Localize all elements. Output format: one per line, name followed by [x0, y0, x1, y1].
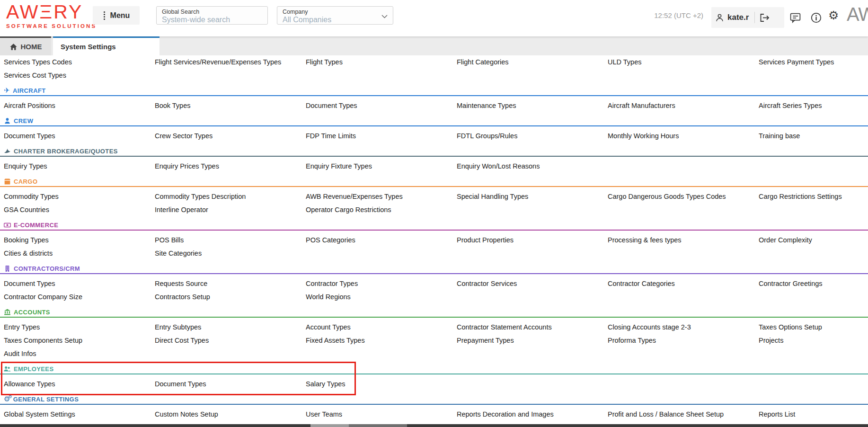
- people-icon: [4, 365, 11, 373]
- settings-link-site-categories[interactable]: Site Categories: [155, 249, 202, 257]
- settings-link-contractor-statement-accounts[interactable]: Contractor Statement Accounts: [457, 323, 552, 331]
- settings-link-allowance-types[interactable]: Allowance Types: [4, 380, 55, 388]
- settings-link-projects[interactable]: Projects: [759, 337, 783, 344]
- settings-link-user-teams[interactable]: User Teams: [306, 410, 342, 418]
- settings-link-taxes-options-setup[interactable]: Taxes Options Setup: [759, 323, 822, 331]
- settings-link-fdp-time-limits[interactable]: FDP Time Limits: [306, 132, 356, 140]
- settings-link-contractor-services[interactable]: Contractor Services: [457, 280, 517, 287]
- settings-link-pos-bills[interactable]: POS Bills: [155, 236, 184, 244]
- settings-link-requests-source[interactable]: Requests Source: [155, 280, 207, 287]
- settings-link-services-cost-types[interactable]: Services Cost Types: [4, 71, 66, 79]
- settings-link-audit-infos[interactable]: Audit Infos: [4, 350, 36, 357]
- settings-link-closing-accounts-stage-2-3[interactable]: Closing Accounts stage 2-3: [608, 323, 691, 331]
- settings-link-uld-types[interactable]: ULD Types: [608, 58, 641, 66]
- settings-link-document-types[interactable]: Document Types: [4, 280, 55, 287]
- settings-link-monthly-working-hours[interactable]: Monthly Working Hours: [608, 132, 679, 140]
- settings-link-salary-types[interactable]: Salary Types: [306, 380, 345, 388]
- settings-link-services-payment-types[interactable]: Services Payment Types: [759, 58, 834, 66]
- settings-link-aircraft-positions[interactable]: Aircraft Positions: [4, 102, 55, 109]
- global-search-input[interactable]: Global Search System-wide search: [156, 6, 268, 25]
- grid-cell: [457, 347, 608, 360]
- settings-link-fixed-assets-types[interactable]: Fixed Assets Types: [306, 337, 365, 344]
- links-row: Enquiry TypesEnquiry Prices TypesEnquiry…: [0, 160, 868, 173]
- settings-link-interline-operator[interactable]: Interline Operator: [155, 206, 208, 214]
- grid-cell: Contractor Company Size: [4, 290, 155, 303]
- settings-link-reports-list[interactable]: Reports List: [759, 410, 795, 418]
- grid-cell: [457, 290, 608, 303]
- grid-cell: Aircraft Positions: [4, 99, 155, 112]
- settings-link-operator-cargo-restrictions[interactable]: Operator Cargo Restrictions: [306, 206, 391, 214]
- grid-cell: [457, 377, 608, 391]
- settings-link-training-base[interactable]: Training base: [759, 132, 800, 140]
- settings-link-contractor-types[interactable]: Contractor Types: [306, 280, 358, 287]
- settings-link-booking-types[interactable]: Booking Types: [4, 236, 49, 244]
- settings-link-product-properties[interactable]: Product Properties: [457, 236, 514, 244]
- cargo-box-icon: [4, 178, 11, 185]
- company-select[interactable]: Company All Companies: [277, 6, 393, 25]
- settings-link-account-types[interactable]: Account Types: [306, 323, 351, 331]
- gear-icon[interactable]: ⚙: [828, 9, 839, 21]
- links-row: Taxes Components SetupDirect Cost TypesF…: [0, 334, 868, 347]
- section-contractors-crm: CONTRACTORS/CRMDocument TypesRequests So…: [0, 264, 868, 303]
- settings-link-pos-categories[interactable]: POS Categories: [306, 236, 355, 244]
- settings-link-awb-revenue-expenses-types[interactable]: AWB Revenue/Expenses Types: [306, 193, 403, 200]
- settings-link-document-types[interactable]: Document Types: [155, 380, 206, 388]
- settings-link-enquiry-prices-types[interactable]: Enquiry Prices Types: [155, 162, 219, 170]
- settings-link-entry-subtypes[interactable]: Entry Subtypes: [155, 323, 201, 331]
- tab-home[interactable]: HOME: [0, 36, 51, 55]
- settings-link-gsa-countries[interactable]: GSA Countries: [4, 206, 49, 214]
- settings-link-contractor-company-size[interactable]: Contractor Company Size: [4, 293, 82, 301]
- settings-link-profit-and-loss-balance-sheet-setup[interactable]: Profit and Loss / Balance Sheet Setup: [608, 410, 724, 418]
- grid-cell: Flight Types: [306, 55, 457, 69]
- grid-cell: Commodity Types: [4, 190, 155, 203]
- settings-link-commodity-types[interactable]: Commodity Types: [4, 193, 59, 200]
- settings-link-crew-sector-types[interactable]: Crew Sector Types: [155, 132, 213, 140]
- settings-link-custom-notes-setup[interactable]: Custom Notes Setup: [155, 410, 218, 418]
- settings-link-flight-types[interactable]: Flight Types: [306, 58, 343, 66]
- settings-link-enquiry-won-lost-reasons[interactable]: Enquiry Won/Lost Reasons: [457, 162, 540, 170]
- divider: [754, 12, 755, 23]
- section-title: CARGO: [14, 178, 37, 185]
- settings-link-reports-decoration-and-images[interactable]: Reports Decoration and Images: [457, 410, 554, 418]
- settings-link-taxes-components-setup[interactable]: Taxes Components Setup: [4, 337, 82, 344]
- info-icon[interactable]: [810, 12, 822, 24]
- settings-link-proforma-types[interactable]: Proforma Types: [608, 337, 656, 344]
- chat-icon[interactable]: [789, 12, 801, 24]
- grid-cell: Services Types Codes: [4, 55, 155, 69]
- settings-link-commodity-types-description[interactable]: Commodity Types Description: [155, 193, 246, 200]
- settings-link-prepayment-types[interactable]: Prepayment Types: [457, 337, 514, 344]
- settings-link-direct-cost-types[interactable]: Direct Cost Types: [155, 337, 209, 344]
- settings-link-services-types-codes[interactable]: Services Types Codes: [4, 58, 72, 66]
- settings-link-order-complexity[interactable]: Order Complexity: [759, 236, 812, 244]
- settings-link-special-handling-types[interactable]: Special Handling Types: [457, 193, 528, 200]
- user-menu[interactable]: kate.r: [711, 7, 784, 28]
- settings-link-contractor-greetings[interactable]: Contractor Greetings: [759, 280, 823, 287]
- grid-cell: [608, 69, 759, 82]
- settings-link-world-regions[interactable]: World Regions: [306, 293, 351, 301]
- menu-button[interactable]: Menu: [93, 6, 140, 25]
- taskbar-segment: [349, 424, 407, 427]
- settings-link-fdtl-groups-rules[interactable]: FDTL Groups/Rules: [457, 132, 517, 140]
- settings-link-document-types[interactable]: Document Types: [306, 102, 357, 109]
- logout-icon[interactable]: [760, 13, 770, 22]
- settings-link-entry-types[interactable]: Entry Types: [4, 323, 40, 331]
- settings-link-cargo-dangerous-goods-types-codes[interactable]: Cargo Dangerous Goods Types Codes: [608, 193, 726, 200]
- settings-link-enquiry-fixture-types[interactable]: Enquiry Fixture Types: [306, 162, 372, 170]
- settings-link-cities-districts[interactable]: Cities & districts: [4, 249, 53, 257]
- settings-link-cargo-restrictions-settings[interactable]: Cargo Restrictions Settings: [759, 193, 842, 200]
- settings-link-aircraft-manufacturers[interactable]: Aircraft Manufacturers: [608, 102, 675, 109]
- settings-link-contractors-setup[interactable]: Contractors Setup: [155, 293, 210, 301]
- settings-link-document-types[interactable]: Document Types: [4, 132, 55, 140]
- settings-link-global-system-settings[interactable]: Global System Settings: [4, 410, 75, 418]
- settings-link-processing-fees-types[interactable]: Processing & fees types: [608, 236, 682, 244]
- settings-link-flight-categories[interactable]: Flight Categories: [457, 58, 509, 66]
- settings-link-aircraft-series-types[interactable]: Aircraft Series Types: [759, 102, 822, 109]
- settings-link-contractor-categories[interactable]: Contractor Categories: [608, 280, 675, 287]
- settings-link-flight-services-revenue-expenses-types[interactable]: Flight Services/Revenue/Expenses Types: [155, 58, 281, 66]
- grid-cell: Contractor Categories: [608, 277, 759, 290]
- grid-cell: Contractor Greetings: [759, 277, 868, 290]
- settings-link-book-types[interactable]: Book Types: [155, 102, 191, 109]
- tab-system-settings[interactable]: System Settings: [53, 36, 159, 55]
- settings-link-maintenance-types[interactable]: Maintenance Types: [457, 102, 516, 109]
- settings-link-enquiry-types[interactable]: Enquiry Types: [4, 162, 47, 170]
